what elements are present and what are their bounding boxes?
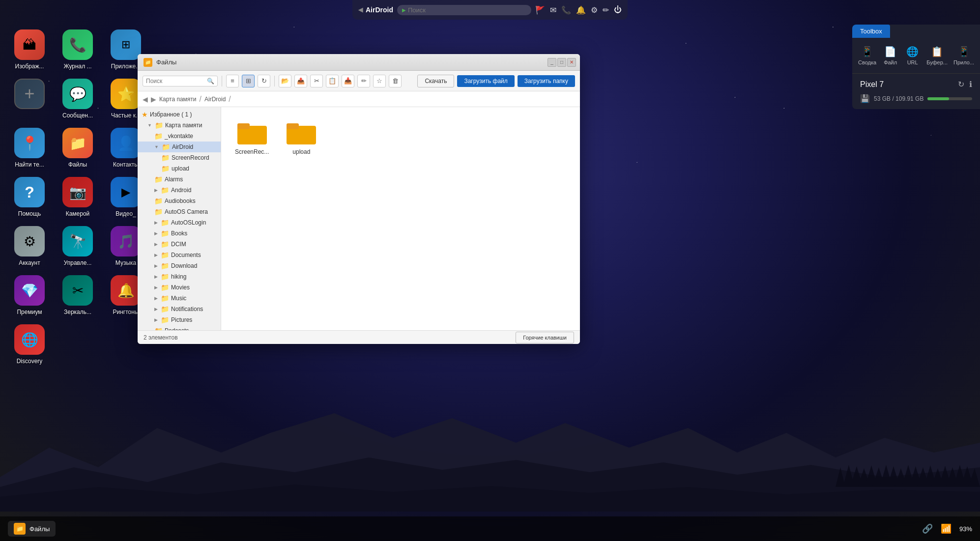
paste-button[interactable]: 📥 <box>342 75 354 87</box>
breadcrumb-path-segment-2[interactable]: AirDroid <box>204 96 226 103</box>
upload-file-button[interactable]: Загрузить файл <box>457 75 514 87</box>
top-search-bar[interactable]: ▶ <box>397 5 531 15</box>
file-search-box[interactable]: 🔍 <box>143 76 218 86</box>
app-mirror[interactable]: ✂ Зеркаль... <box>58 275 97 315</box>
play-icon: ▶ <box>402 7 406 13</box>
maximize-button[interactable]: □ <box>557 58 566 67</box>
sidebar-item-airdroid[interactable]: ▼ 📁 AirDroid <box>138 142 221 152</box>
autoos-login-label: AutoOSLogin <box>171 219 206 226</box>
music-folder-icon: 📁 <box>161 294 169 302</box>
app-journal[interactable]: 📞 Журнал ... <box>58 29 97 70</box>
top-search-input[interactable] <box>408 6 526 14</box>
download-arrow-icon: ▶ <box>154 263 158 268</box>
breadcrumb-forward[interactable]: ▶ <box>151 95 156 103</box>
maps-icon: 📍 <box>14 128 45 158</box>
sidebar-item-music[interactable]: ▶ 📁 Music <box>138 293 221 304</box>
vkontakte-folder-icon: 📁 <box>154 132 163 140</box>
app-premium[interactable]: 💎 Премиум <box>10 275 49 315</box>
sidebar-item-autoos-login[interactable]: ▶ 📁 AutoOSLogin <box>138 217 221 228</box>
upload-local-button[interactable]: 📂 <box>279 75 291 87</box>
gear-icon[interactable]: ⚙ <box>591 5 598 15</box>
breadcrumb-back[interactable]: ◀ <box>143 95 148 103</box>
sidebar-item-podcasts[interactable]: 📁 Podcasts <box>138 325 221 330</box>
sidebar-item-movies[interactable]: ▶ 📁 Movies <box>138 282 221 293</box>
sidebar-item-books[interactable]: ▶ 📁 Books <box>138 228 221 239</box>
hotkeys-button[interactable]: Горячие клавиши <box>516 332 574 343</box>
sidebar-item-upload[interactable]: 📁 upload <box>138 163 221 174</box>
file-search-input[interactable] <box>146 78 205 85</box>
storage-device-icon: 💾 <box>860 94 870 103</box>
music-arrow-icon: ▶ <box>154 296 158 301</box>
download-button[interactable]: Скачать <box>417 75 454 87</box>
taskbar-files-app[interactable]: 📁 Файлы <box>8 521 56 537</box>
app-help[interactable]: ? Помощь <box>10 177 49 217</box>
copy-button[interactable]: 📋 <box>326 75 339 87</box>
sidebar-item-android[interactable]: ▶ 📁 Android <box>138 185 221 196</box>
edit-icon[interactable]: ✏ <box>603 5 609 15</box>
toolbox-url[interactable]: 🌐 URL <box>902 43 922 68</box>
toolbox-summary[interactable]: 📱 Сводка <box>856 43 878 68</box>
breadcrumb-path-segment-1[interactable]: Карта памяти <box>159 96 197 103</box>
sidebar-item-hiking[interactable]: ▶ 📁 hiking <box>138 271 221 282</box>
autoos-login-arrow-icon: ▶ <box>154 220 158 225</box>
info-device-icon[interactable]: ℹ <box>969 80 972 89</box>
sidebar-favorites[interactable]: ★ Избранное ( 1 ) <box>138 109 221 120</box>
dcim-arrow-icon: ▶ <box>154 242 158 247</box>
window-toolbar: 🔍 ≡ ⊞ ↻ 📂 📤 ✂ 📋 📥 ✏ ☆ 🗑 Скачать Загрузит… <box>138 71 580 91</box>
music-icon: 🎵 <box>111 226 141 256</box>
sidebar-item-dcim[interactable]: ▶ 📁 DCIM <box>138 239 221 250</box>
sidebar-item-autoos-camera[interactable]: 📁 AutoOS Camera <box>138 206 221 217</box>
file-item-screenrec[interactable]: ScreenRec... <box>231 117 273 159</box>
sidebar-item-alarms[interactable]: 📁 Alarms <box>138 174 221 185</box>
grid-view-button[interactable]: ⊞ <box>242 75 255 87</box>
app-files[interactable]: 📁 Файлы <box>58 128 97 168</box>
app-messages[interactable]: 💬 Сообщен... <box>58 79 97 119</box>
toolbox-file[interactable]: 📄 Файл <box>880 43 900 68</box>
sidebar-item-vkontakte[interactable]: 📁 _vkontakte <box>138 131 221 142</box>
android-folder-icon: 📁 <box>161 186 169 194</box>
sidebar-item-notifications[interactable]: ▶ 📁 Notifications <box>138 304 221 314</box>
sidebar-item-sd-card[interactable]: ▼ 📁 Карта памяти <box>138 120 221 131</box>
sidebar-item-pictures[interactable]: ▶ 📁 Pictures <box>138 314 221 325</box>
desktop-icons: 🏔 Изображ... 📞 Журнал ... ⊞ Приложе... +… <box>10 29 145 365</box>
breadcrumb-sep-2: / <box>229 95 231 104</box>
mail-icon[interactable]: ✉ <box>550 5 556 15</box>
toolbox-clipboard[interactable]: 📋 Буфер... <box>924 43 950 68</box>
sidebar-item-screenrecord[interactable]: 📁 ScreenRecord <box>138 152 221 163</box>
hiking-folder-icon: 📁 <box>161 273 169 281</box>
refresh-device-icon[interactable]: ↻ <box>958 80 964 89</box>
dcim-label: DCIM <box>171 241 186 248</box>
toolbox-tab[interactable]: Toolbox <box>852 25 980 38</box>
app-plus[interactable]: + <box>10 79 49 119</box>
sidebar-item-download[interactable]: ▶ 📁 Download <box>138 260 221 271</box>
cut-button[interactable]: ✂ <box>310 75 323 87</box>
refresh-button[interactable]: ↻ <box>258 75 270 87</box>
app-camera[interactable]: 📷 Камерой <box>58 177 97 217</box>
rename-button[interactable]: ✏ <box>357 75 370 87</box>
list-view-button[interactable]: ≡ <box>226 75 239 87</box>
app-images[interactable]: 🏔 Изображ... <box>10 29 49 70</box>
sidebar-item-audiobooks[interactable]: 📁 Audiobooks <box>138 196 221 206</box>
delete-button[interactable]: 🗑 <box>389 75 402 87</box>
sidebar-item-documents[interactable]: ▶ 📁 Documents <box>138 250 221 260</box>
app-discovery[interactable]: 🌐 Discovery <box>10 324 49 365</box>
app-manage[interactable]: 🔭 Управле... <box>58 226 97 266</box>
close-button[interactable]: ✕ <box>567 58 576 67</box>
messages-icon: 💬 <box>62 79 93 109</box>
file-item-upload[interactable]: upload <box>283 117 320 159</box>
phone-icon[interactable]: 📞 <box>561 5 571 15</box>
app-maps[interactable]: 📍 Найти те... <box>10 128 49 168</box>
upload-button[interactable]: 📤 <box>294 75 307 87</box>
toolbox-apps[interactable]: 📱 Прило... <box>951 43 976 68</box>
top-bar-icons: 🚩 ✉ 📞 🔔 ⚙ ✏ ⏻ <box>535 5 622 15</box>
device-name-row: Pixel 7 ↻ ℹ <box>860 80 972 89</box>
star-button[interactable]: ☆ <box>373 75 386 87</box>
bell-icon[interactable]: 🔔 <box>576 5 586 15</box>
power-icon[interactable]: ⏻ <box>614 5 622 14</box>
flag-icon[interactable]: 🚩 <box>535 5 545 15</box>
upload-folder-button[interactable]: Загрузить папку <box>518 75 575 87</box>
taskbar: 📁 Файлы 🔗 📶 93% <box>0 516 980 541</box>
device-name-text: Pixel 7 <box>860 80 884 89</box>
app-account[interactable]: ⚙ Аккаунт <box>10 226 49 266</box>
minimize-button[interactable]: _ <box>548 58 556 67</box>
